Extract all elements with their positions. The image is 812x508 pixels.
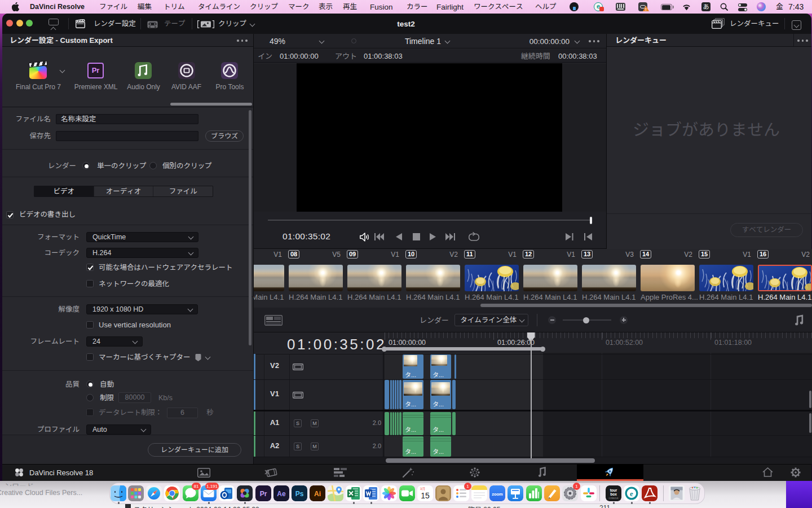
svg-text:zoom: zoom [492,492,503,497]
svg-text:15: 15 [421,491,430,500]
svg-text:e: e [630,489,633,498]
svg-text:Ai: Ai [314,490,321,498]
svg-text:Pr: Pr [260,490,267,498]
svg-text:tour: tour [610,488,617,492]
svg-text:CONSOLE: CONSOLE [608,497,619,500]
svg-text:!: ! [645,7,646,11]
svg-text:Ps: Ps [295,490,304,498]
svg-text:box: box [610,492,617,496]
svg-text:3月: 3月 [420,487,425,491]
svg-text:Ae: Ae [277,490,286,498]
